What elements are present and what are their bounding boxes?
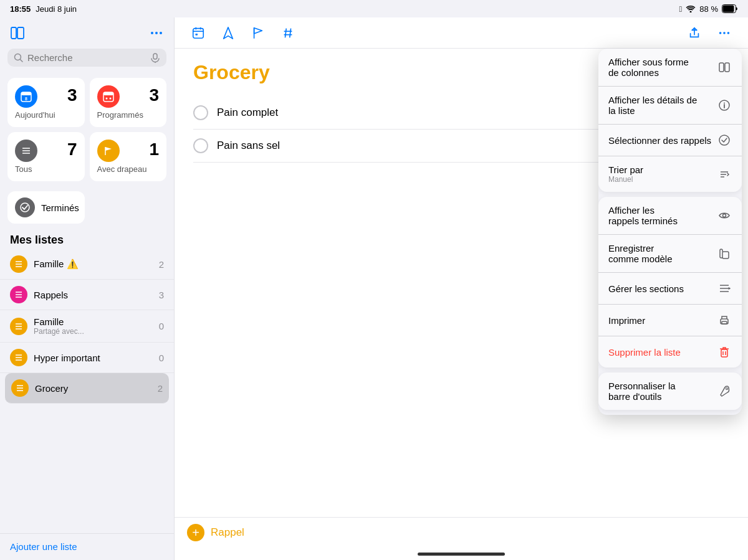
dropdown-label-customize: Personnaliser labarre d'outils bbox=[608, 381, 712, 402]
today-label: Aujourd'hui bbox=[15, 110, 77, 120]
more-options-button[interactable] bbox=[146, 23, 166, 43]
smart-lists-grid: 8 3 Aujourd'hui bbox=[0, 73, 174, 186]
search-bar[interactable] bbox=[7, 49, 166, 67]
svg-rect-53 bbox=[719, 63, 724, 72]
list-item-rappels[interactable]: Rappels 3 bbox=[0, 280, 174, 310]
dropdown-group-1: Afficher sous formede colonnes Afficher … bbox=[598, 49, 742, 192]
svg-point-0 bbox=[690, 11, 692, 13]
svg-point-52 bbox=[727, 32, 730, 34]
dropdown-group-3: Personnaliser labarre d'outils bbox=[598, 373, 742, 410]
hash-toolbar-button[interactable] bbox=[277, 22, 299, 44]
svg-rect-54 bbox=[725, 63, 729, 72]
dropdown-label-sort: Trier par bbox=[608, 164, 712, 175]
list-item-hyper[interactable]: Hyper important 0 bbox=[0, 343, 174, 373]
main-footer: + Rappel bbox=[175, 517, 748, 548]
today-count: 3 bbox=[67, 85, 77, 105]
info-icon bbox=[717, 98, 732, 113]
all-count: 7 bbox=[67, 140, 77, 159]
toolbar-left bbox=[187, 22, 299, 44]
svg-rect-43 bbox=[200, 27, 201, 29]
reminder-text-0: Pain complet bbox=[217, 107, 278, 119]
svg-rect-70 bbox=[721, 349, 727, 357]
trash-icon bbox=[717, 344, 732, 359]
list-item-count-hyper: 0 bbox=[159, 353, 164, 363]
dropdown-item-template[interactable]: Enregistrercomme modèle bbox=[598, 235, 742, 273]
list-item-famille2[interactable]: Famille Partagé avec... 0 bbox=[0, 310, 174, 343]
smart-card-scheduled[interactable]: 3 Programmés bbox=[90, 78, 167, 127]
list-item-grocery[interactable]: Grocery 2 bbox=[5, 373, 169, 404]
dropdown-item-customize[interactable]: Personnaliser labarre d'outils bbox=[598, 373, 742, 410]
terminés-row: Terminés bbox=[0, 186, 174, 229]
dropdown-label-delete: Supprimer la liste bbox=[608, 347, 712, 358]
flagged-icon bbox=[97, 140, 120, 162]
dropdown-item-details[interactable]: Afficher les détails dela liste bbox=[598, 87, 742, 125]
svg-rect-42 bbox=[195, 27, 196, 29]
sidebar-toggle-button[interactable] bbox=[7, 23, 27, 43]
svg-point-18 bbox=[105, 98, 107, 100]
search-input[interactable] bbox=[27, 52, 146, 63]
flagged-label: Avec drapeau bbox=[97, 164, 160, 174]
smart-card-today[interactable]: 8 3 Aujourd'hui bbox=[7, 78, 85, 127]
location-toolbar-button[interactable] bbox=[217, 22, 239, 44]
dropdown-item-print[interactable]: Imprimer bbox=[598, 305, 742, 336]
dropdown-item-columns[interactable]: Afficher sous formede colonnes bbox=[598, 49, 742, 87]
dropdown-item-delete[interactable]: Supprimer la liste bbox=[598, 336, 742, 368]
svg-rect-40 bbox=[193, 28, 204, 38]
add-list-button[interactable]: Ajouter une liste bbox=[10, 541, 77, 552]
all-label: Tous bbox=[15, 164, 77, 174]
list-item-name-hyper: Hyper important bbox=[34, 353, 153, 363]
svg-point-73 bbox=[726, 388, 728, 390]
today-icon: 8 bbox=[15, 85, 37, 108]
smart-card-flagged[interactable]: 1 Avec drapeau bbox=[90, 132, 167, 181]
reminder-checkbox-1[interactable] bbox=[193, 138, 208, 153]
scheduled-label: Programmés bbox=[97, 110, 160, 120]
home-bar bbox=[418, 553, 505, 556]
share-toolbar-button[interactable] bbox=[683, 22, 706, 44]
dropdown-label-print: Imprimer bbox=[608, 315, 712, 326]
svg-point-58 bbox=[719, 135, 729, 145]
list-item-famille1[interactable]: Famille ⚠️ 2 bbox=[0, 249, 174, 280]
main-more-button[interactable] bbox=[713, 22, 736, 44]
flag-toolbar-button[interactable] bbox=[247, 22, 269, 44]
dropdown-item-sort[interactable]: Trier par Manuel bbox=[598, 156, 742, 192]
add-reminder-button[interactable]: + bbox=[187, 524, 204, 541]
wifi-icon:  bbox=[679, 4, 683, 14]
list-item-text-famille2: Famille Partagé avec... bbox=[34, 316, 153, 336]
svg-rect-14 bbox=[21, 92, 31, 95]
svg-text:8: 8 bbox=[25, 97, 27, 101]
svg-rect-10 bbox=[153, 54, 157, 59]
sidebar-footer: Ajouter une liste bbox=[0, 533, 174, 560]
list-item-name-famille1: Famille ⚠️ bbox=[34, 259, 153, 270]
calendar-toolbar-button[interactable] bbox=[187, 22, 209, 44]
dropdown-label-completed: Afficher lesrappels terminés bbox=[608, 205, 712, 226]
smart-card-completed[interactable]: Terminés bbox=[7, 191, 85, 224]
flagged-count: 1 bbox=[149, 140, 159, 159]
dropdown-item-completed[interactable]: Afficher lesrappels terminés bbox=[598, 197, 742, 235]
list-item-count-grocery: 2 bbox=[158, 383, 163, 394]
list-item-text-grocery: Grocery bbox=[35, 383, 151, 394]
dropdown-label-template: Enregistrercomme modèle bbox=[608, 243, 712, 264]
svg-point-50 bbox=[719, 32, 722, 34]
main-content: Grocery Pain complet Pain sans sel + Rap… bbox=[175, 17, 748, 560]
completed-icon bbox=[15, 197, 35, 217]
list-item-count-famille1: 2 bbox=[159, 259, 164, 270]
dropdown-item-sections[interactable]: Gérer les sections bbox=[598, 273, 742, 305]
all-icon bbox=[15, 140, 37, 162]
list-item-name-grocery: Grocery bbox=[35, 383, 151, 394]
list-icon-famille2 bbox=[10, 318, 27, 335]
svg-rect-2 bbox=[723, 6, 734, 12]
list-item-name-famille2: Famille bbox=[34, 316, 153, 327]
svg-point-19 bbox=[109, 98, 111, 100]
list-item-sub-famille2: Partagé avec... bbox=[34, 327, 153, 336]
list-item-text-rappels: Rappels bbox=[34, 290, 153, 300]
printer-icon bbox=[717, 313, 732, 328]
reminder-checkbox-0[interactable] bbox=[193, 105, 208, 120]
smart-card-all[interactable]: 7 Tous bbox=[7, 132, 85, 181]
mic-icon[interactable] bbox=[150, 53, 160, 63]
dropdown-label-select: Sélectionner des rappels bbox=[608, 135, 712, 146]
dropdown-label-details: Afficher les détails dela liste bbox=[608, 95, 712, 116]
completed-label: Terminés bbox=[41, 202, 79, 213]
add-reminder-label[interactable]: Rappel bbox=[211, 526, 244, 539]
dropdown-item-select[interactable]: Sélectionner des rappels bbox=[598, 125, 742, 156]
list-icon-famille1 bbox=[10, 255, 27, 273]
